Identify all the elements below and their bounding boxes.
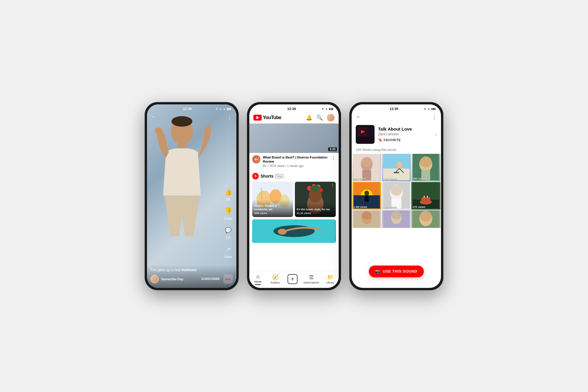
grid-views-1: 96K views [353, 177, 366, 180]
search-icon[interactable]: 🔍 [316, 114, 323, 121]
share-icon: ↗ [223, 244, 233, 255]
like-action[interactable]: 👍 2M [223, 187, 233, 201]
song-title: Talk About Love [378, 126, 432, 131]
youtube-header: YouTube 🔔 🔍 [249, 112, 339, 124]
status-time-3: 12:30 [390, 107, 398, 111]
explore-icon: 🧭 [272, 274, 278, 281]
svg-point-3 [155, 127, 163, 134]
back-button[interactable]: ← [151, 114, 156, 120]
shorts-section: S Shorts beta [249, 171, 339, 219]
hashtag: #selfcare [181, 268, 196, 272]
comment-icon: 💬 [223, 225, 233, 236]
status-icons-1: ⊕ ▲ ▲ ▮▮▮ [216, 107, 231, 110]
grid-item-3[interactable]: 59K views [411, 154, 440, 181]
grid-item-4[interactable]: 1.2M views [352, 182, 381, 210]
beta-badge: beta [275, 174, 283, 178]
create-button[interactable]: + [288, 274, 298, 284]
grid-views-6: 17K views [412, 206, 425, 208]
youtube-logo: YouTube [253, 115, 281, 121]
grid-item-6[interactable]: 17K views [411, 182, 440, 210]
short-label-2: It's the iconic style, for me 41.1k view… [295, 203, 336, 217]
person-illustration [153, 109, 211, 265]
grid-views-5: 1.1M views [383, 206, 397, 208]
album-art [356, 125, 375, 144]
subscribe-button[interactable]: SUBSCRIBE [200, 277, 221, 281]
svg-rect-55 [424, 196, 425, 198]
svg-rect-46 [365, 196, 369, 202]
sound-details: Talk About Love Zara Larsson 🔖 FAVORITE [378, 126, 432, 142]
nav-create[interactable]: + [286, 274, 299, 284]
more-button[interactable]: ⋮ [227, 114, 232, 120]
back-button-sound[interactable]: ← [356, 114, 361, 120]
shorts-bottom-bar: The glow up is real #selfcare Samantha D… [147, 265, 236, 288]
favorite-label: FAVORITE [384, 138, 401, 142]
svg-point-65 [420, 211, 432, 221]
favorite-row[interactable]: 🔖 FAVORITE [378, 138, 432, 142]
status-time-1: 12:30 [183, 107, 192, 111]
home-icon: ⌂ [256, 273, 260, 280]
short-more-2[interactable]: ⋮ [330, 183, 335, 188]
video-more-button[interactable]: ⋮ [331, 155, 336, 168]
grid-item-8[interactable] [382, 210, 411, 228]
sound-button[interactable]: ▶▶ [223, 274, 233, 284]
grid-item-9[interactable] [411, 210, 440, 228]
phone-sound-detail: 12:30 ⊕ ▲ ▮▮▮ ← ⋮ [349, 102, 443, 290]
grid-item-7[interactable] [352, 210, 381, 228]
using-sound-count: 12K Shorts using this sound [352, 147, 441, 154]
youtube-wordmark: YouTube [263, 115, 281, 120]
svg-point-17 [310, 185, 321, 191]
shorts-grid: Picnics, flowers & kombucha, plz 50M vie… [252, 182, 336, 217]
grid-views-3: 59K views [412, 177, 425, 180]
grid-item-2[interactable]: 1.4M views [382, 154, 411, 181]
video-thumbnail: 3:25 [249, 124, 339, 153]
share-action[interactable]: ↗ Share [223, 244, 233, 258]
grid-thumb-4 [352, 182, 381, 208]
video-title: What Brand is Best? | Diverse Foundation… [263, 155, 329, 164]
share-label: Share [224, 255, 232, 258]
short-label-1: Picnics, flowers & kombucha, plz 50M vie… [252, 200, 293, 217]
dislike-label: Dislike [224, 217, 232, 220]
nav-library[interactable]: 📁 Library [324, 274, 337, 284]
short-views-1: 50M views [254, 212, 291, 215]
nav-subscriptions[interactable]: ☰ Subscriptions [303, 274, 319, 284]
status-bar-phone3: 12:30 ⊕ ▲ ▮▮▮ [352, 104, 441, 112]
bell-icon[interactable]: 🔔 [306, 114, 312, 121]
video-subtitle: BV • 767K views • 1 month ago [263, 164, 329, 168]
username: Samantha Day [161, 277, 198, 281]
grid-thumb-6 [411, 182, 440, 208]
user-avatar-header[interactable] [327, 114, 335, 121]
dislike-action[interactable]: 👎 Dislike [223, 206, 233, 220]
grid-item-1[interactable]: 96K views [352, 154, 381, 181]
short-item-1[interactable]: Picnics, flowers & kombucha, plz 50M vie… [252, 182, 293, 217]
grid-thumb-5 [382, 182, 411, 208]
swimming-video-card[interactable] [252, 219, 336, 243]
grid-views-2: 1.4M views [383, 177, 397, 180]
nav-home[interactable]: ⌂ Home [251, 273, 264, 285]
svg-point-20 [278, 229, 287, 235]
artist-name: Zara Larsson [378, 132, 432, 136]
grid-thumb-3 [411, 154, 440, 180]
nav-subs-label: Subscriptions [303, 281, 319, 284]
sound-video-grid: 96K views 1.4M views [352, 154, 440, 228]
more-button-sound[interactable]: ⋮ [432, 114, 437, 120]
svg-rect-54 [422, 197, 430, 203]
yt-play-triangle [256, 116, 259, 119]
grid-item-5[interactable]: 1.1M views [382, 182, 411, 210]
duration-badge: 3:25 [328, 147, 337, 151]
short-more-1[interactable]: ⋮ [288, 183, 292, 188]
phone-shorts-player: 12:30 ⊕ ▲ ▲ ▮▮▮ ← ⋮ 👍 2M [145, 102, 239, 290]
swimming-svg [252, 219, 336, 243]
library-icon: 📁 [327, 274, 333, 281]
chevron-right-icon[interactable]: › [435, 132, 437, 137]
use-this-sound-button[interactable]: 📷 USE THIS SOUND [369, 266, 424, 277]
svg-point-32 [396, 161, 402, 169]
grid-thumb-1 [352, 154, 381, 180]
short-item-2[interactable]: It's the iconic style, for me 41.1k view… [295, 182, 336, 217]
svg-point-45 [364, 191, 369, 196]
nav-explore[interactable]: 🧭 Explore [269, 274, 282, 284]
video-card[interactable]: 3:25 BV What Brand is Best? | Diverse Fo… [249, 124, 339, 170]
comment-action[interactable]: 💬 12k [223, 225, 233, 239]
phone-youtube-home: 12:30 ⊕ ▲ ▮▮▮ YouTube 🔔 🔍 [247, 102, 341, 290]
status-bar-phone2: 12:30 ⊕ ▲ ▮▮▮ [249, 104, 339, 112]
grid-thumb-8 [382, 210, 411, 228]
